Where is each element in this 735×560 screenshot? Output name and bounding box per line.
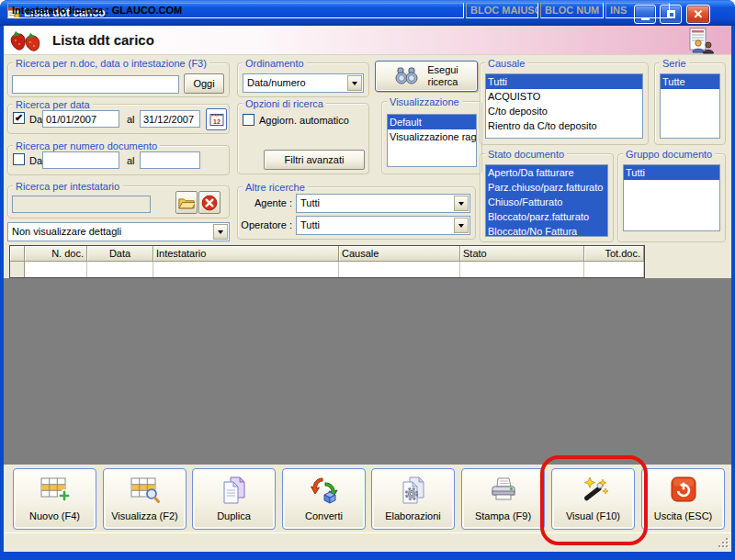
visualizza-button[interactable]: Visualizza (F2)	[103, 468, 187, 530]
group-label: Gruppo documento	[623, 149, 715, 160]
date-from-input[interactable]	[42, 110, 119, 128]
table-plus-icon	[14, 476, 96, 504]
column-header[interactable]: Causale	[339, 246, 460, 262]
resize-grip[interactable]	[718, 538, 729, 549]
button-label: Nuovo (F4)	[14, 510, 96, 521]
al-label: al	[127, 155, 135, 166]
details-select[interactable]: Non visualizzare dettagli	[7, 222, 230, 241]
magic-wand-icon	[552, 476, 634, 504]
column-header[interactable]: Data	[87, 246, 153, 262]
list-option[interactable]: Rientro da C/to deposito	[486, 118, 642, 133]
filtri-avanzati-button[interactable]: Filtri avanzati	[264, 150, 365, 170]
table-row[interactable]	[10, 262, 644, 277]
svg-text:12: 12	[213, 118, 220, 125]
uscita-button[interactable]: Uscita (ESC)	[641, 468, 725, 530]
list-option[interactable]: Visualizzazione ragg	[388, 129, 476, 144]
status-bar	[4, 532, 731, 552]
pages-gear-icon	[372, 476, 454, 504]
list-option[interactable]: Tutte	[661, 74, 719, 89]
table-search-icon	[104, 476, 186, 504]
button-label: Converti	[283, 510, 365, 521]
operatore-select[interactable]: Tutti	[296, 216, 470, 235]
aggiorn-label: Aggiorn. automatico	[259, 115, 349, 126]
dropdown-arrow-icon[interactable]	[213, 224, 228, 240]
dropdown-arrow-icon[interactable]	[347, 75, 362, 91]
list-option[interactable]: C/to deposito	[486, 104, 642, 118]
converti-button[interactable]: Converti	[282, 468, 366, 530]
column-header[interactable]: N. doc.	[25, 246, 87, 262]
today-button[interactable]: Oggi	[184, 73, 224, 94]
list-option[interactable]: Bloccato/parz.fatturato	[486, 209, 607, 224]
stato-listbox[interactable]: Aperto/Da fatturareParz.chiuso/parz.fatt…	[485, 164, 608, 237]
list-option[interactable]: Tutti	[486, 74, 642, 89]
cancel-icon	[201, 195, 218, 211]
list-option[interactable]: Default	[388, 115, 476, 129]
gruppo-listbox[interactable]: Tutti	[623, 164, 720, 231]
serie-listbox[interactable]: Tutte	[660, 73, 720, 139]
numdoc-checkbox[interactable]	[13, 153, 25, 165]
date-to-input[interactable]	[140, 110, 200, 128]
folder-icon	[178, 196, 195, 209]
column-header[interactable]: Stato	[460, 246, 584, 262]
table-cell	[153, 262, 339, 277]
aggiorn-checkbox[interactable]	[243, 114, 254, 126]
visual-button[interactable]: Visual (F10)	[551, 468, 635, 530]
users-document-icon[interactable]	[687, 28, 717, 56]
app-window: Lista ddt carico ✕ Lista ddt carico	[0, 0, 735, 560]
bloc-num-indicator: BLOC NUM	[540, 3, 604, 18]
list-option[interactable]: ACQUISTO	[486, 89, 642, 104]
printer-icon	[462, 476, 544, 502]
group-label: Altre ricerche	[243, 182, 308, 193]
copy-pages-icon	[193, 476, 275, 504]
elaborazioni-button[interactable]: Elaborazioni	[371, 468, 455, 530]
esegui-ricerca-button[interactable]: Eseguiricerca	[375, 61, 478, 92]
list-option[interactable]: Aperto/Da fatturare	[486, 165, 607, 180]
close-button[interactable]: ✕	[686, 5, 710, 24]
date-checkbox[interactable]: ✔	[13, 112, 25, 124]
button-label: Uscita (ESC)	[642, 510, 724, 521]
group-label: Ricerca per n.doc, data o intestazione (…	[13, 58, 209, 69]
intestatario-input[interactable]	[12, 196, 151, 213]
selected-value: Non visualizzare dettagli	[12, 226, 210, 237]
dropdown-arrow-icon[interactable]	[454, 196, 469, 211]
numdoc-from-input[interactable]	[42, 151, 119, 169]
table-cell	[460, 262, 584, 277]
list-option[interactable]: Tutti	[624, 165, 719, 180]
duplica-button[interactable]: Duplica	[192, 468, 276, 530]
selected-value: Data/numero	[247, 77, 345, 88]
calendar-button[interactable]: 12	[206, 108, 227, 130]
empty-results-area	[4, 278, 731, 465]
visualizzazione-listbox[interactable]: DefaultVisualizzazione ragg	[387, 114, 477, 167]
list-option[interactable]: Chiuso/Fatturato	[486, 195, 607, 209]
list-option[interactable]: Bloccato/No Fattura	[486, 224, 607, 237]
search-input[interactable]	[12, 75, 179, 94]
browse-button[interactable]	[175, 191, 198, 214]
ins-indicator: INS	[605, 3, 670, 18]
group-label: Serie	[660, 58, 689, 69]
table-cell	[584, 262, 644, 277]
clear-button[interactable]	[198, 191, 220, 214]
list-option[interactable]: Parz.chiuso/parz.fatturato	[486, 180, 607, 195]
column-header[interactable]: Tot.doc.	[584, 246, 644, 262]
button-label: Visual (F10)	[552, 510, 634, 521]
causale-listbox[interactable]: TuttiACQUISTOC/to depositoRientro da C/t…	[485, 73, 643, 139]
group-label: Visualizzazione	[387, 96, 462, 107]
binoculars-icon	[394, 67, 420, 85]
column-header[interactable]: Intestatario	[153, 246, 339, 262]
group-label: Stato documento	[485, 149, 567, 160]
dropdown-arrow-icon[interactable]	[454, 218, 469, 233]
button-label: Elaborazioni	[372, 510, 454, 521]
strawberry-icon	[7, 28, 48, 55]
page-title: Lista ddt carico	[52, 32, 154, 48]
nuovo-button[interactable]: Nuovo (F4)	[13, 468, 96, 530]
ordinamento-select[interactable]: Data/numero	[243, 73, 364, 93]
numdoc-to-input[interactable]	[140, 151, 200, 169]
button-label: Eseguiricerca	[427, 64, 458, 88]
group-label: Ricerca per intestatario	[13, 181, 122, 192]
results-grid: N. doc.DataIntestatarioCausaleStatoTot.d…	[9, 245, 645, 278]
column-header[interactable]	[10, 246, 25, 262]
group-label: Ricerca per numero documento	[13, 140, 160, 151]
stampa-button[interactable]: Stampa (F9)	[461, 468, 545, 530]
agente-select[interactable]: Tutti	[296, 194, 470, 213]
power-icon	[642, 476, 724, 502]
